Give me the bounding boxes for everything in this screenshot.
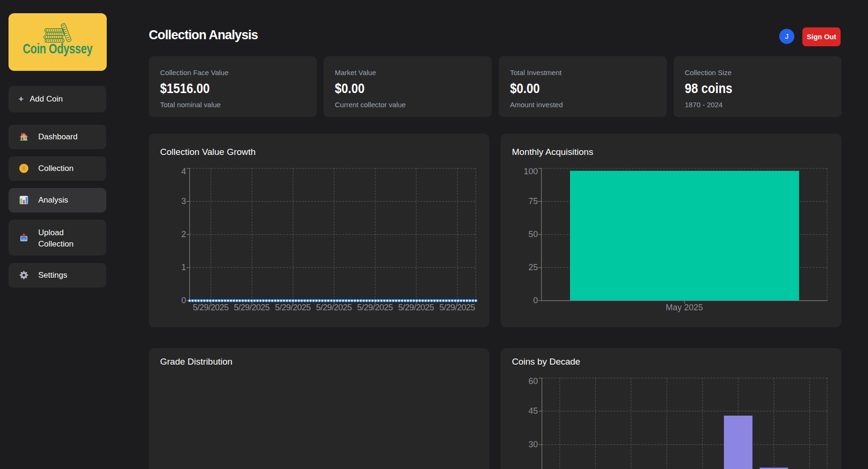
svg-text:25: 25 (528, 263, 538, 272)
svg-text:5/29/2025: 5/29/2025 (316, 303, 352, 312)
svg-text:5/29/2025: 5/29/2025 (357, 303, 393, 312)
svg-text:5/29/2025: 5/29/2025 (398, 303, 434, 312)
svg-text:3: 3 (181, 196, 186, 206)
svg-text:5/29/2025: 5/29/2025 (275, 303, 311, 312)
svg-text:May 2025: May 2025 (665, 303, 703, 312)
svg-text:45: 45 (528, 406, 538, 416)
svg-text:75: 75 (528, 196, 538, 206)
svg-text:100: 100 (524, 167, 538, 176)
svg-text:60: 60 (528, 376, 538, 386)
svg-text:2: 2 (181, 230, 186, 239)
svg-text:30: 30 (528, 440, 538, 449)
svg-text:0: 0 (181, 296, 186, 305)
svg-text:50: 50 (528, 230, 538, 239)
svg-text:0: 0 (533, 296, 538, 305)
svg-text:1: 1 (181, 263, 186, 272)
svg-text:5/29/2025: 5/29/2025 (234, 303, 270, 312)
svg-text:4: 4 (181, 167, 186, 176)
svg-text:5/29/2025: 5/29/2025 (193, 303, 229, 312)
svg-text:5/29/2025: 5/29/2025 (439, 303, 475, 312)
